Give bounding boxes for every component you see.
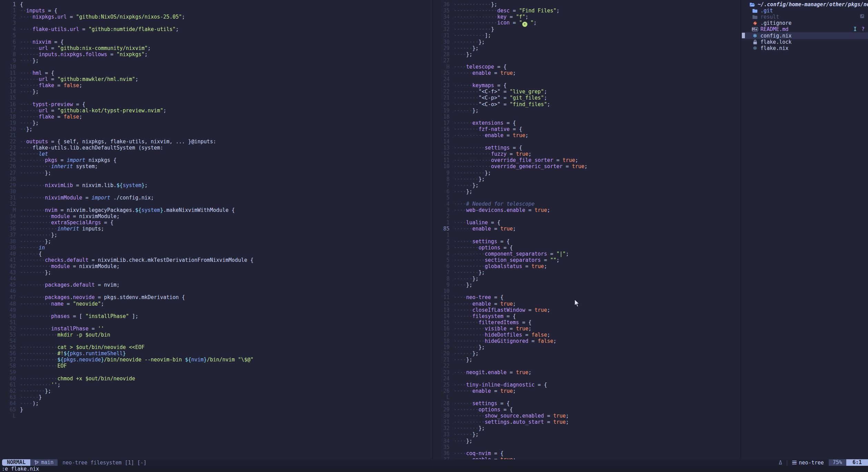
code-line[interactable]: 47········packages.neovide = pkgs.stdenv… [0,294,432,300]
code-line[interactable]: 21····}; [434,357,740,363]
code-line[interactable]: 65} [0,407,432,413]
code-line[interactable]: 22········"<C-f>" = "live_grep"; [434,89,740,95]
tree-root-path[interactable]: ~/.config/home-manager/other/pkgs/ne [742,1,868,8]
code-line[interactable]: 9····}; [434,282,740,288]
code-line[interactable]: 11····neo-tree = { [434,294,740,300]
code-line[interactable]: 28······settings = { [434,400,740,407]
code-line[interactable]: 54 [0,338,432,344]
code-line[interactable]: 30 [0,188,432,195]
code-line[interactable]: 30··········show_source.enabled = true; [434,413,740,419]
code-line[interactable]: 15········filteredItems = { [434,319,740,326]
code-line[interactable]: 13······flake = false; [0,82,432,89]
code-line[interactable]: 1··inputs = { [0,8,432,14]
code-line[interactable]: 23····flake-utils.lib.eachDefaultSystem … [0,145,432,151]
code-line[interactable]: M········nvim = nixvim.legacyPackages.${… [0,207,432,213]
code-line[interactable]: 59 [0,369,432,376]
code-line[interactable]: 2······settings = { [434,238,740,245]
code-line[interactable]: 18 [434,114,740,120]
tree-item-README-md[interactable]: README.mdI? [742,26,868,32]
code-line[interactable]: 26······enable = true; [434,388,740,394]
code-line[interactable]: 24 [434,376,740,382]
code-line[interactable]: 8······inputs.nixpkgs.follows = "nixpkgs… [0,51,432,58]
code-line[interactable]: 45········packages.default = nvim; [0,282,432,288]
editor-pane-config-nix[interactable]: 36············};35··············desc = "… [434,0,741,459]
code-line[interactable]: 39······in [0,245,432,251]
code-line[interactable]: 28····}; [434,51,740,58]
code-line[interactable]: 12······enable = true; [434,301,740,307]
code-line[interactable]: 62········}; [0,388,432,394]
code-line[interactable]: 1····lualine = { [434,219,740,226]
code-line[interactable]: 16··········visible = true; [434,326,740,332]
code-line[interactable]: 4··········component_separators = "|"; [434,251,740,257]
code-line[interactable]: 63······} [0,394,432,400]
code-line[interactable]: 32 [0,201,432,207]
code-line[interactable]: 21········"<C-p>" = "git_files"; [434,95,740,101]
command-line[interactable]: :e flake.nix [0,466,868,472]
code-line[interactable]: 17··········hideDotfiles = false; [434,332,740,338]
code-line[interactable]: 50··········phases = [ "installPhase" ]; [0,313,432,319]
code-line[interactable]: 2····nixpkgs.url = "github:NixOS/nixpkgs… [0,14,432,20]
code-line[interactable]: 3········options = { [434,245,740,251]
code-line[interactable]: 5 [0,32,432,39]
code-line[interactable]: 85······enable = true; [434,226,740,232]
code-line[interactable]: 37······enable = true; [434,456,740,459]
code-line[interactable]: 5 [434,195,740,201]
tree-item-gitignore[interactable]: .gitignore [742,20,868,26]
code-line[interactable]: 1 [434,232,740,238]
code-line[interactable]: 41········checks.default = nixvimLib.che… [0,257,432,263]
code-line[interactable]: 9····}; [0,58,432,64]
code-line[interactable]: 37··········}; [0,232,432,238]
code-line[interactable]: 3 [0,20,432,26]
code-line[interactable]: 32········}; [434,425,740,431]
code-line[interactable]: 10 [0,64,432,70]
tree-item-git[interactable]: .git [742,8,868,14]
code-line[interactable]: 29······}; [434,45,740,51]
code-line[interactable]: 7······}; [434,182,740,188]
code-line[interactable]: 4····flake-utils.url = "github:numtide/f… [0,26,432,32]
code-line[interactable]: 33······}; [434,431,740,438]
code-line[interactable]: L [0,413,432,419]
code-line[interactable]: 5··········section_separators = ""; [434,257,740,263]
code-line[interactable]: 13······closeIfLastWindow = true; [434,307,740,313]
code-line[interactable]: 23····neogit.enable = true; [434,369,740,376]
code-line[interactable]: 20········"<C-o>" = "find_files"; [434,101,740,107]
code-line[interactable]: 36····coq-nvim = { [434,450,740,456]
code-line[interactable]: 31··········settings.auto_start = true; [434,419,740,425]
code-line[interactable]: 53············mkdir -p $out/bin [0,332,432,338]
code-line[interactable]: 36············inherit inputs; [0,226,432,232]
code-line[interactable]: 34··········module = nixvimModule; [0,213,432,219]
code-line[interactable]: 51 [0,319,432,326]
tree-item-flake-lock[interactable]: flake.lock [742,39,868,45]
code-line[interactable]: 25····tiny-inline-diagnostic = { [434,382,740,388]
code-line[interactable]: 8········}; [434,176,740,182]
code-line[interactable]: 48··········name = "neovide"; [0,301,432,307]
code-line[interactable]: 42··········module = nixvimModule; [0,263,432,269]
code-line[interactable]: 10 [434,288,740,294]
code-line[interactable]: 64····); [0,400,432,407]
code-line[interactable]: 22··outputs = { self, nixpkgs, flake-uti… [0,138,432,145]
code-line[interactable]: 12······url = "github:mawkler/hml.nvim"; [0,76,432,82]
code-line[interactable]: 31··········]; [434,32,740,39]
code-line[interactable]: 24······let [0,151,432,157]
code-line[interactable]: 18······flake = false; [0,114,432,120]
tree-item-result[interactable]: result [742,14,868,20]
code-line[interactable]: 11············override_file_sorter = tru… [434,157,740,163]
code-line[interactable]: 49 [0,307,432,313]
code-line[interactable]: 28 [0,176,432,182]
code-line[interactable]: 19······}; [434,107,740,114]
code-line[interactable]: 16····typst-preview = { [0,101,432,107]
code-line[interactable]: 2 [434,213,740,219]
code-line[interactable]: 11····hml = { [0,70,432,76]
code-line[interactable]: 61··········''; [0,382,432,388]
code-line[interactable]: 19····}; [0,120,432,126]
code-line[interactable]: 6··········globalstatus = true; [434,263,740,269]
code-line[interactable]: 60············chmod +x $out/bin/neovide [0,376,432,382]
code-line[interactable]: H····telescope = { [434,64,740,70]
code-line[interactable]: 20······}; [434,350,740,357]
code-line[interactable]: 15··········enable = true; [434,132,740,138]
code-line[interactable]: 1{ [0,1,432,8]
code-line[interactable]: L [434,394,740,400]
code-line[interactable]: 10············override_generic_sorter = … [434,163,740,170]
code-line[interactable]: 25······enable = true; [434,70,740,76]
code-line[interactable]: 14······filesystem = { [434,313,740,319]
